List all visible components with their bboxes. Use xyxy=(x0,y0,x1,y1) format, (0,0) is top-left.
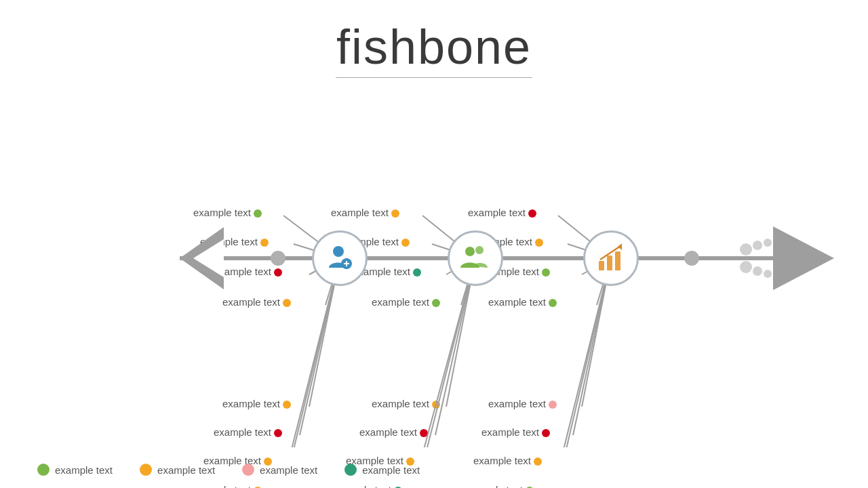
legend-dot-green xyxy=(37,464,50,476)
svg-point-6 xyxy=(764,239,772,247)
upper-label-1-2: example text xyxy=(200,236,269,247)
svg-point-11 xyxy=(684,251,699,266)
svg-line-35 xyxy=(553,258,611,447)
node-2-icon xyxy=(458,242,493,274)
svg-point-4 xyxy=(740,243,752,256)
lower-label-3-2: example text xyxy=(481,426,550,438)
lower-label-2-4: example text xyxy=(334,484,402,488)
legend-label-pink: example text xyxy=(260,464,317,476)
legend-item-green: example text xyxy=(37,464,113,476)
svg-line-30 xyxy=(423,258,475,447)
node-1 xyxy=(312,230,368,286)
legend-item-teal: example text xyxy=(344,464,420,476)
node-3-icon xyxy=(595,242,627,274)
title-section: fishbone xyxy=(0,0,868,78)
node-3 xyxy=(583,230,639,286)
lower-label-3-4: example text xyxy=(465,484,534,488)
svg-rect-43 xyxy=(607,256,612,270)
lower-label-2-1: example text xyxy=(372,398,440,409)
upper-label-3-4: example text xyxy=(488,296,557,308)
upper-label-1-3: example text xyxy=(214,266,282,277)
legend: example text example text example text e… xyxy=(37,464,420,476)
legend-dot-pink xyxy=(242,464,254,476)
legend-label-green: example text xyxy=(55,464,113,476)
legend-label-orange: example text xyxy=(157,464,215,476)
lower-label-2-2: example text xyxy=(359,426,428,438)
bones-svg xyxy=(0,95,868,447)
svg-point-5 xyxy=(753,241,762,250)
svg-marker-45 xyxy=(618,243,622,250)
upper-label-1-4: example text xyxy=(222,296,291,308)
svg-line-27 xyxy=(281,258,340,447)
title-underline xyxy=(336,77,532,78)
lower-label-3-1: example text xyxy=(488,398,557,409)
svg-point-7 xyxy=(740,261,752,273)
svg-point-36 xyxy=(333,246,344,257)
svg-point-10 xyxy=(271,251,285,266)
legend-item-pink: example text xyxy=(242,464,317,476)
svg-point-41 xyxy=(475,246,484,254)
lower-label-3-3: example text xyxy=(473,455,542,466)
fishbone-diagram: example text example text example text e… xyxy=(0,95,868,447)
svg-line-31 xyxy=(412,258,475,447)
page-title: fishbone xyxy=(0,19,868,75)
svg-point-9 xyxy=(764,270,772,278)
node-2 xyxy=(448,230,503,286)
legend-item-orange: example text xyxy=(140,464,215,476)
upper-label-3-1: example text xyxy=(468,207,536,218)
legend-label-teal: example text xyxy=(362,464,420,476)
svg-rect-42 xyxy=(599,261,604,270)
svg-rect-44 xyxy=(615,251,620,270)
svg-marker-3 xyxy=(773,226,834,290)
lower-label-1-4: example text xyxy=(193,484,262,488)
upper-label-2-4: example text xyxy=(372,296,440,308)
svg-point-40 xyxy=(465,247,475,256)
svg-line-26 xyxy=(290,258,340,447)
upper-label-1-1: example text xyxy=(193,207,262,218)
lower-label-1-1: example text xyxy=(222,398,291,409)
svg-point-8 xyxy=(753,266,762,276)
legend-dot-orange xyxy=(140,464,152,476)
lower-label-1-2: example text xyxy=(214,426,282,438)
svg-line-34 xyxy=(563,258,611,447)
legend-dot-teal xyxy=(344,464,357,476)
node-1-icon xyxy=(323,242,356,274)
upper-label-2-1: example text xyxy=(331,207,399,218)
